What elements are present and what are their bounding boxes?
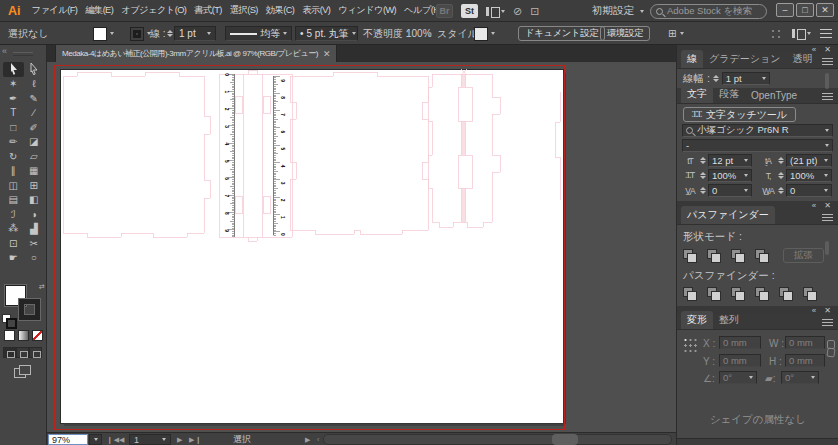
default-fill-stroke-icon[interactable] [2,314,11,323]
type-tool[interactable]: T [3,106,24,121]
tab-pathfinder[interactable]: パスファインダー [681,206,775,224]
expand-button[interactable]: 拡張 [783,248,824,263]
gradient-tool[interactable]: ◧ [24,193,45,208]
next-page-button[interactable]: ▶ [177,434,183,445]
tools-grip[interactable] [13,52,33,56]
menu-3[interactable]: 書式(T) [190,4,225,17]
stroke-width-value[interactable]: 1 pt [722,72,770,85]
selection-tool[interactable] [3,62,24,77]
collapse-tools-icon[interactable]: « [2,46,7,56]
eraser-tool[interactable]: ◪ [24,135,45,150]
list-view-icon[interactable] [820,29,832,39]
y-field[interactable]: 0 mm [719,354,761,367]
line-segment-tool[interactable]: ∕ [24,106,45,121]
tab-stroke[interactable]: 線 [681,50,703,68]
symbol-sprayer-tool[interactable]: ⁂ [3,222,24,237]
column-graph-tool[interactable]: ▟ [24,222,45,237]
menu-2[interactable]: オブジェクト(O) [117,4,190,17]
prev-page-button[interactable]: ◀ [119,434,125,445]
scale-tool[interactable]: ▱ [24,149,45,164]
touch-type-tool-button[interactable]: ꞮꞮ文字タッチツール [683,107,796,122]
minus-back-icon[interactable] [803,287,818,300]
unite-icon[interactable] [683,249,698,262]
draw-normal-button[interactable] [3,347,16,358]
divide-icon[interactable] [683,287,698,300]
width-tool[interactable]: ∥ [3,164,24,179]
slice-tool[interactable]: ✂ [24,236,45,251]
tab-opentype[interactable]: OpenType [745,88,803,103]
dock-scrollbar[interactable] [825,241,829,255]
style-control[interactable] [474,26,495,41]
workspace-switcher[interactable]: 初期設定 [592,4,644,18]
gradient-mode-button[interactable] [18,330,29,341]
intersect-icon[interactable] [731,249,746,262]
menu-1[interactable]: 編集(E) [81,4,117,17]
tab-align[interactable]: 整列 [713,311,745,329]
menu-6[interactable]: 表示(V) [298,4,334,17]
shear-field[interactable]: 0° [781,371,819,384]
swap-fill-stroke-icon[interactable]: ⇄ [39,283,45,291]
draw-behind-button[interactable] [16,347,29,358]
font-size-stepper[interactable] [700,157,706,164]
none-mode-button[interactable] [32,330,43,341]
tab-close-icon[interactable]: ✕ [323,49,330,59]
stroke-width-stepper[interactable] [713,75,719,82]
tracking-stepper[interactable] [778,187,784,194]
font-style-field[interactable]: - [682,139,833,152]
page-field[interactable]: 1 [129,434,171,445]
perspective-grid-tool[interactable]: ⊞ [24,178,45,193]
panel-menu-icon[interactable] [822,58,833,65]
close-button[interactable]: ✕ [816,3,834,17]
rotate-tool[interactable]: ↻ [3,149,24,164]
free-transform-tool[interactable]: ▦ [24,164,45,179]
eyedropper-tool[interactable]: ℐ [3,207,24,222]
pencil-tool[interactable]: ✏ [3,135,24,150]
stroke-width-field[interactable]: 1 pt [174,26,216,41]
magic-wand-tool[interactable]: ✶ [3,77,24,92]
stroke-width-stepper[interactable] [167,26,173,41]
arrange-documents-button[interactable] [486,6,505,17]
trim-icon[interactable] [707,287,722,300]
menu-4[interactable]: 選択(S) [226,4,262,17]
status-menu-arrow[interactable]: ▶ [305,434,311,445]
horizontal-scrollbar[interactable] [323,434,672,445]
document-tab[interactable]: Medaka-4はめあい補正(公開用)-3mmアクリル板.ai @ 97%(RG… [55,45,337,62]
tab-gradient[interactable]: グラデーション [703,50,786,68]
w-field[interactable]: 0 mm [785,336,825,349]
tab-transparency[interactable]: 透明 [786,50,818,68]
tab-character[interactable]: 文字 [681,85,713,103]
rotate-field[interactable]: 0° [719,371,757,384]
panel-menu-icon[interactable] [822,93,833,100]
draw-inside-button[interactable] [29,347,42,358]
crop-icon[interactable] [755,287,770,300]
maximize-button[interactable]: □ [796,3,814,17]
h-field[interactable]: 0 mm [785,354,825,367]
expand-dock-button[interactable] [792,28,811,39]
reference-point-icon[interactable] [684,338,697,353]
canvas[interactable]: 01234567899876543210 [47,62,676,432]
color-mode-button[interactable] [4,330,15,341]
more-options-arrow[interactable]: › [428,26,431,41]
tab-transform[interactable]: 変形 [681,311,713,329]
constrain-proportions-icon[interactable] [824,340,836,356]
direct-selection-tool[interactable] [24,62,45,77]
vertical-scale-stepper[interactable] [700,172,706,179]
leading-field[interactable]: (21 pt) [786,154,832,167]
stock-icon[interactable]: St [461,4,478,18]
brush-dropdown[interactable]: •5 pt. 丸筆 [295,26,358,41]
horizontal-scale-field[interactable]: 100% [786,169,832,182]
pen-tool[interactable]: ✒ [3,91,24,106]
vertical-scale-field[interactable]: 100% [708,169,752,182]
document-setup-button[interactable]: ドキュメント設定 [518,26,605,41]
kerning-field[interactable]: 0 [708,184,752,197]
font-size-field[interactable]: 12 pt [708,154,752,167]
menu-7[interactable]: ウィンドウ(W) [334,4,400,17]
minimize-button[interactable]: – [776,3,794,17]
zoom-level-field[interactable]: 97% [48,434,88,445]
scrollbar-thumb[interactable] [552,434,578,445]
lasso-tool[interactable]: ℓ [24,77,45,92]
touch-workspace-icon[interactable]: ⊡ [530,5,539,18]
shape-builder-tool[interactable]: ◫ [3,178,24,193]
stroke-color-control[interactable] [130,26,151,41]
menu-5[interactable]: 効果(C) [262,4,299,17]
